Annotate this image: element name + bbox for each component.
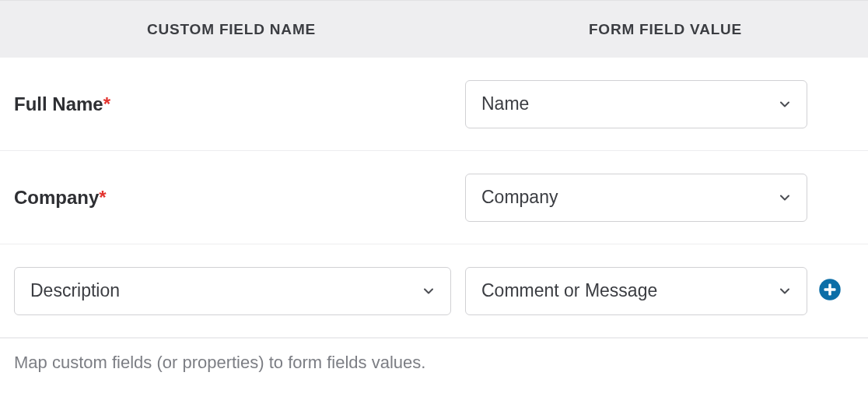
form-field-select-comment[interactable]: Comment or Message xyxy=(465,267,807,315)
form-field-cell: Name xyxy=(465,80,854,128)
custom-field-cell: Company* xyxy=(14,187,465,209)
field-label-text: Company xyxy=(14,187,99,208)
form-field-cell: Comment or Message xyxy=(465,267,854,315)
table-row: Description Comment or Message xyxy=(0,244,868,338)
helper-row: Map custom fields (or properties) to for… xyxy=(0,338,868,373)
chevron-down-icon xyxy=(777,190,793,206)
select-value: Comment or Message xyxy=(481,280,657,301)
chevron-down-icon xyxy=(777,283,793,299)
custom-field-cell: Full Name* xyxy=(14,93,465,115)
add-row-button[interactable] xyxy=(818,279,842,303)
form-field-select-name[interactable]: Name xyxy=(465,80,807,128)
chevron-down-icon xyxy=(777,97,793,112)
select-value: Name xyxy=(481,93,529,114)
field-mapping-table: CUSTOM FIELD NAME FORM FIELD VALUE Full … xyxy=(0,0,868,373)
plus-circle-icon xyxy=(818,278,842,304)
chevron-down-icon xyxy=(421,283,436,299)
required-asterisk: * xyxy=(103,93,110,114)
field-label-text: Full Name xyxy=(14,93,103,114)
form-field-select-company[interactable]: Company xyxy=(465,174,807,222)
select-value: Company xyxy=(481,187,558,208)
custom-field-select-description[interactable]: Description xyxy=(14,267,451,315)
field-label-company: Company* xyxy=(14,187,107,209)
helper-text: Map custom fields (or properties) to for… xyxy=(14,353,854,373)
header-form-field-value: FORM FIELD VALUE xyxy=(463,21,868,38)
field-label-full-name: Full Name* xyxy=(14,93,110,115)
required-asterisk: * xyxy=(99,187,106,208)
header-custom-field-name: CUSTOM FIELD NAME xyxy=(0,21,463,38)
table-row: Full Name* Name xyxy=(0,58,868,151)
table-row: Company* Company xyxy=(0,151,868,244)
select-value: Description xyxy=(30,280,120,301)
custom-field-cell: Description xyxy=(14,267,465,315)
svg-rect-2 xyxy=(828,283,831,295)
table-header-row: CUSTOM FIELD NAME FORM FIELD VALUE xyxy=(0,0,868,58)
form-field-cell: Company xyxy=(465,174,854,222)
